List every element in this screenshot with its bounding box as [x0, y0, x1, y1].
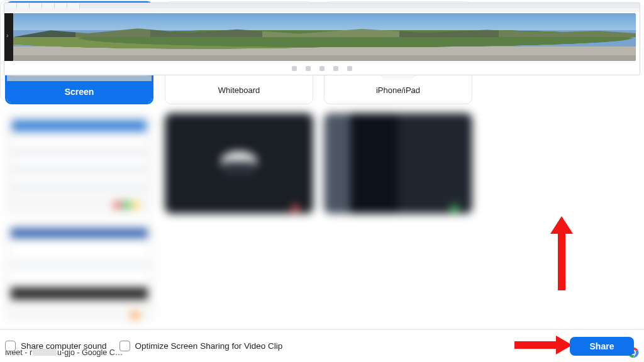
- screen-label: Screen: [7, 81, 152, 102]
- share-sound-checkbox[interactable]: Share computer sound: [5, 341, 107, 351]
- whiteboard-label: Whiteboard: [165, 85, 313, 95]
- annotation-arrow-up: [550, 216, 573, 290]
- share-option-window-blurred-1[interactable]: [5, 113, 153, 214]
- iphone-label: iPhone/iPad: [325, 85, 472, 95]
- checkbox-icon: [5, 341, 16, 351]
- share-sound-label: Share computer sound: [21, 341, 107, 351]
- share-button[interactable]: Share: [570, 337, 634, 356]
- optimize-video-checkbox[interactable]: Optimize Screen Sharing for Video Clip: [119, 341, 283, 351]
- share-option-window-blurred-3[interactable]: [324, 113, 472, 214]
- meet-thumbnail: [4, 3, 640, 75]
- footer: Share computer sound Optimize Screen Sha…: [0, 330, 644, 362]
- optimize-video-label: Optimize Screen Sharing for Video Clip: [135, 341, 283, 351]
- share-option-window-blurred-2[interactable]: [165, 113, 313, 214]
- share-option-window-blurred-4[interactable]: [5, 222, 153, 322]
- checkbox-icon: [119, 341, 130, 351]
